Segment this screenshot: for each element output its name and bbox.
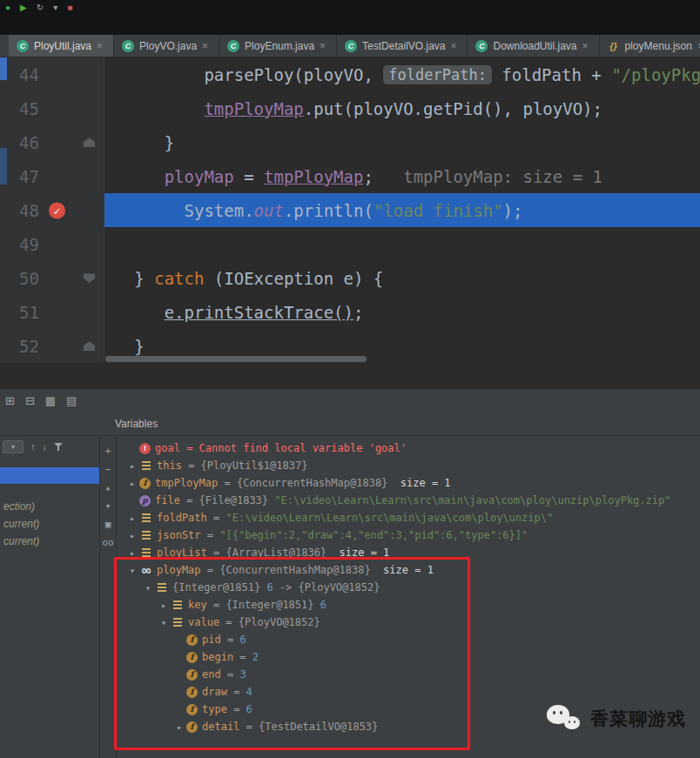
thread-selector-dropdown[interactable]: ▾ — [3, 440, 24, 453]
expand-chevron-icon[interactable] — [125, 479, 139, 488]
editor-tab[interactable]: {} ployMenu.json — [600, 35, 700, 57]
editor-tab[interactable]: C PloyVO.java — [114, 35, 219, 57]
code-text: ployMap = tmpPloyMap; tmpPloyMap: size =… — [104, 159, 700, 193]
add-watch-icon[interactable]: + — [105, 446, 111, 456]
expand-chevron-icon[interactable] — [125, 548, 139, 558]
editor-tab[interactable]: C DownloadUtil.java — [468, 35, 599, 57]
chevron-down-icon: ▾ — [11, 443, 15, 451]
text-segment: } — [104, 133, 174, 152]
expand-chevron-icon[interactable] — [125, 461, 139, 471]
variable-row[interactable]: pid = 6 — [117, 631, 700, 648]
text-segment: "/ployPkg" — [611, 65, 700, 84]
expand-chevron-icon[interactable] — [172, 722, 186, 732]
line-number: 50 — [19, 269, 39, 288]
editor-debug-divider — [0, 364, 700, 388]
expand-chevron-icon[interactable] — [125, 566, 139, 575]
editor-gutter[interactable]: 52 — [0, 329, 104, 363]
tab-close-icon[interactable] — [450, 41, 459, 51]
tab-close-icon[interactable] — [320, 41, 328, 51]
evaluate-expression-icon[interactable]: ⊟ — [25, 395, 35, 406]
editor-gutter[interactable]: 49 — [0, 227, 104, 261]
remove-watch-icon[interactable]: − — [105, 465, 111, 474]
editor-gutter[interactable]: 45 — [0, 91, 104, 125]
editor-gutter[interactable]: 47 — [0, 159, 104, 193]
variable-row[interactable]: jsonStr = "[{"begin":2,"draw":4,"end":3,… — [117, 527, 700, 544]
tab-close-icon[interactable] — [97, 41, 105, 51]
code-editor[interactable]: 44 parsePloy(ployVO, folderPath: foldPat… — [0, 57, 700, 364]
variable-icon — [139, 529, 152, 541]
editor-gutter[interactable]: 48 — [0, 193, 104, 227]
text-segment: pid — [202, 634, 221, 646]
text-segment: 6 — [239, 634, 246, 646]
variable-row[interactable]: ployList = {ArrayList@1836} size = 1 — [117, 544, 700, 561]
app-icon[interactable]: ● — [5, 3, 10, 12]
restore-layout-icon[interactable]: ⊞ — [5, 395, 15, 406]
frame-item[interactable]: current) — [0, 515, 99, 533]
breakpoint-icon[interactable] — [49, 202, 65, 218]
text-segment: {File@1833} — [199, 494, 275, 506]
frame-item[interactable]: ection) — [0, 498, 99, 515]
tab-close-icon[interactable] — [202, 41, 211, 51]
editor-tab[interactable]: C PloyUtil.java — [9, 35, 114, 57]
show-watches-icon[interactable]: oo — [102, 538, 113, 547]
text-segment: 6 — [246, 703, 252, 715]
text-segment: "load finish" — [374, 201, 503, 220]
variable-row[interactable]: begin = 2 — [117, 648, 700, 666]
grid-view-icon[interactable]: ▦ — [45, 395, 56, 406]
editor-gutter[interactable]: 50 — [0, 261, 104, 295]
expand-chevron-icon[interactable] — [157, 600, 171, 610]
expand-chevron-icon[interactable] — [125, 531, 139, 540]
list-view-icon[interactable]: ▤ — [66, 395, 77, 406]
text-segment: System. — [104, 201, 254, 220]
frame-up-icon[interactable]: ↑ — [30, 441, 36, 452]
horizontal-scrollbar[interactable] — [105, 356, 367, 362]
stop-icon[interactable]: ■ — [67, 3, 72, 12]
filter-funnel-icon[interactable] — [54, 442, 64, 452]
variable-text: ployMap = {ConcurrentHashMap@1838} size … — [157, 564, 434, 576]
text-segment: = — [227, 703, 246, 715]
frame-item[interactable]: current) — [0, 533, 99, 550]
variable-row[interactable]: file = {File@1833} "E:\video\Learn\Learn… — [117, 492, 700, 509]
variable-row[interactable]: foldPath = "E:\video\Learn\Learn\src\mai… — [117, 509, 700, 527]
editor-gutter[interactable]: 51 — [0, 295, 104, 329]
variable-text: detail = {TestDetailVO@1853} — [202, 721, 378, 733]
editor-gutter[interactable]: 44 — [0, 57, 104, 91]
fold-end-icon[interactable] — [84, 138, 95, 147]
code-text: tmpPloyMap.put(ployVO.getPid(), ployVO); — [104, 91, 700, 125]
fold-start-icon[interactable] — [84, 273, 95, 283]
editor-tab[interactable]: C TestDetailVO.java — [337, 35, 468, 57]
tab-close-icon[interactable] — [582, 41, 591, 51]
editor-gutter[interactable]: 46 — [0, 125, 104, 159]
run-icon[interactable]: ▶ — [20, 3, 27, 12]
frame-down-icon[interactable]: ↓ — [43, 441, 48, 452]
text-segment: "E:\video\Learn\Learn\src\main\java\com\… — [274, 494, 670, 506]
code-line: 48 System.out.println("load finish"); — [0, 193, 700, 227]
selected-frame-row[interactable] — [0, 467, 99, 484]
dropdown-arrow-icon[interactable]: ▾ — [53, 3, 57, 12]
variable-row[interactable]: key = {Integer@1851} 6 — [117, 596, 700, 614]
variable-row[interactable]: value = {PloyVO@1852} — [117, 614, 700, 631]
variable-row[interactable]: end = 3 — [117, 666, 700, 683]
variable-text: this = {PloyUtil$1@1837} — [157, 459, 307, 472]
variable-row[interactable]: goal = Cannot find local variable 'goal' — [117, 439, 700, 457]
variable-row[interactable]: this = {PloyUtil$1@1837} — [117, 457, 700, 474]
line-number: 49 — [19, 235, 39, 254]
expand-chevron-icon[interactable] — [141, 583, 155, 593]
duplicate-watch-icon[interactable]: ▣ — [105, 520, 111, 529]
variable-row[interactable]: {Integer@1851} 6 -> {PloyVO@1852} — [117, 579, 700, 596]
move-watch-down-icon[interactable]: ▾ — [105, 501, 111, 511]
expand-chevron-icon[interactable] — [157, 618, 171, 627]
text-segment: .println( — [284, 201, 374, 220]
editor-tab[interactable]: C PloyEnum.java — [219, 35, 337, 57]
variable-row[interactable]: draw = 4 — [117, 683, 700, 701]
sync-icon[interactable]: ↻ — [37, 3, 44, 12]
expand-chevron-icon[interactable] — [125, 513, 139, 523]
fold-end-icon[interactable] — [84, 341, 95, 351]
variable-text: end = 3 — [202, 668, 246, 681]
variable-row[interactable]: ployMap = {ConcurrentHashMap@1838} size … — [117, 561, 700, 579]
variable-row[interactable]: tmpPloyMap = {ConcurrentHashMap@1838} si… — [117, 474, 700, 492]
frames-panel: ▾ ↑ ↓ ection) current) current) — [0, 436, 100, 758]
text-segment: = — [221, 634, 240, 646]
move-watch-up-icon[interactable]: ▴ — [105, 483, 111, 493]
text-segment: ployList — [157, 547, 207, 559]
